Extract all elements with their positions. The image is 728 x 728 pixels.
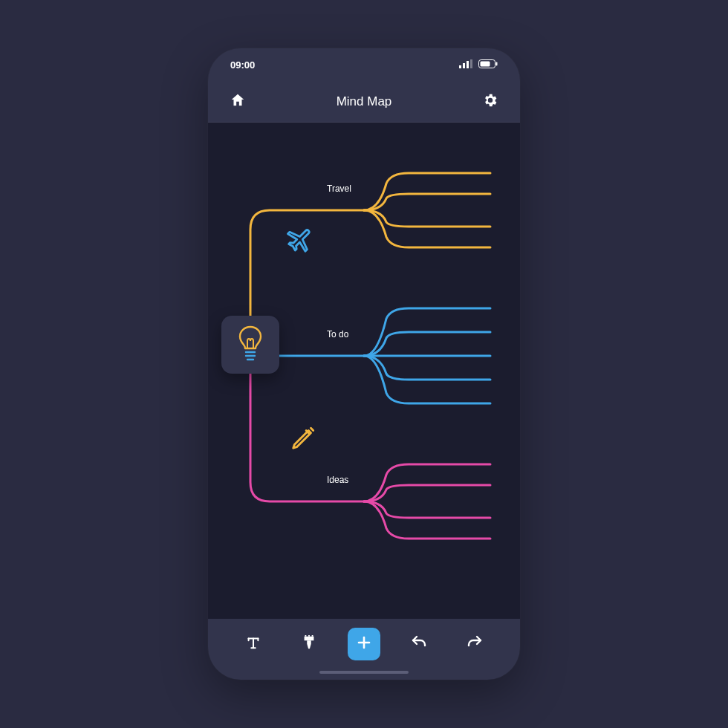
svg-rect-0 — [459, 65, 461, 68]
svg-rect-1 — [463, 63, 465, 68]
home-icon — [230, 92, 246, 111]
battery-icon — [478, 59, 498, 71]
add-button[interactable] — [348, 628, 380, 660]
branch-label-todo[interactable]: To do — [327, 329, 348, 339]
airplane-icon — [286, 223, 317, 257]
status-time: 09:00 — [230, 59, 255, 71]
gear-icon — [482, 92, 498, 111]
status-right — [459, 59, 498, 71]
home-button[interactable] — [227, 91, 248, 112]
home-indicator — [319, 671, 409, 674]
svg-rect-6 — [481, 61, 490, 66]
page-title: Mind Map — [248, 94, 480, 109]
phone-frame: 09:00 — [208, 48, 520, 680]
text-tool-button[interactable] — [237, 628, 270, 660]
status-bar: 09:00 — [208, 48, 520, 81]
svg-rect-2 — [467, 61, 469, 68]
mindmap-canvas[interactable]: Travel To do Ideas — [208, 123, 520, 619]
nav-bar: Mind Map — [208, 81, 520, 123]
svg-rect-3 — [470, 59, 472, 68]
redo-button[interactable] — [458, 628, 491, 660]
svg-rect-5 — [496, 62, 498, 65]
brush-tool-button[interactable] — [293, 628, 325, 660]
brush-icon — [301, 634, 317, 654]
signal-icon — [459, 59, 472, 71]
undo-button[interactable] — [403, 628, 435, 660]
plus-icon — [355, 634, 373, 654]
undo-icon — [410, 634, 428, 654]
redo-icon — [466, 634, 484, 654]
lightbulb-icon — [235, 325, 266, 365]
root-node[interactable] — [221, 316, 279, 374]
pencil-icon — [290, 423, 318, 455]
text-icon — [245, 634, 261, 654]
settings-button[interactable] — [480, 91, 501, 112]
bottom-toolbar — [208, 619, 520, 680]
branch-label-ideas[interactable]: Ideas — [327, 475, 348, 485]
branch-label-travel[interactable]: Travel — [327, 183, 351, 194]
